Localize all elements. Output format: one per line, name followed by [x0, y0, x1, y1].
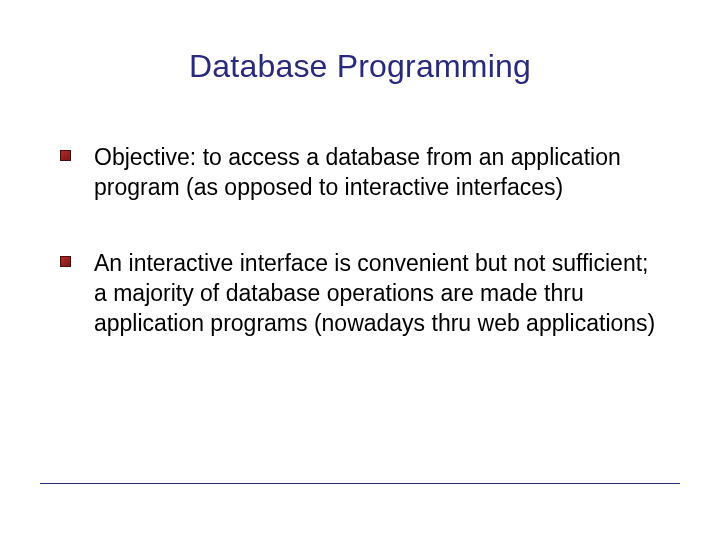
list-item: Objective: to access a database from an …	[60, 143, 660, 203]
bullet-icon	[60, 256, 71, 267]
divider-line	[40, 483, 680, 484]
slide: Database Programming Objective: to acces…	[0, 0, 720, 540]
bullet-icon	[60, 150, 71, 161]
bullet-list: Objective: to access a database from an …	[60, 143, 660, 338]
slide-title: Database Programming	[60, 48, 660, 85]
bullet-text: An interactive interface is convenient b…	[94, 250, 655, 336]
bullet-text: Objective: to access a database from an …	[94, 144, 621, 200]
list-item: An interactive interface is convenient b…	[60, 249, 660, 339]
